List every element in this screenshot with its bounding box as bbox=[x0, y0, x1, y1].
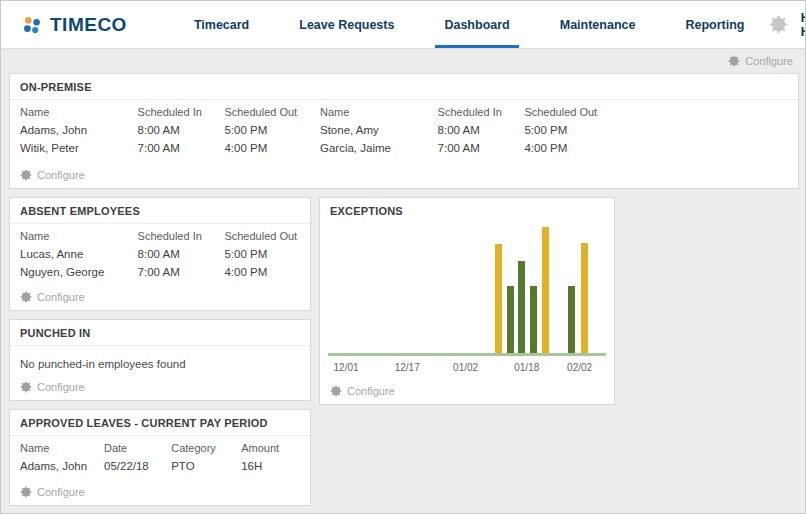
table-row: Garcia, Jaime 7:00 AM 4:00 PM bbox=[310, 139, 610, 157]
col-date: Date bbox=[104, 436, 171, 457]
brand-logo[interactable]: TIMECO bbox=[21, 14, 127, 36]
exception-bar bbox=[581, 243, 588, 353]
axis-tick-label: 12/01 bbox=[334, 362, 359, 373]
table-header-row: Name Scheduled In Scheduled Out bbox=[310, 100, 610, 121]
panel-title: APPROVED LEAVES - CURRENT PAY PERIOD bbox=[10, 410, 310, 436]
panel-title: EXCEPTIONS bbox=[320, 198, 614, 223]
scheduled-out-value: 4:00 PM bbox=[524, 139, 600, 157]
employee-name-link[interactable]: Adams, John bbox=[20, 457, 104, 475]
exceptions-plot bbox=[328, 222, 606, 356]
panel-approved-leaves: APPROVED LEAVES - CURRENT PAY PERIOD Nam… bbox=[9, 409, 311, 506]
configure-label: Configure bbox=[37, 486, 85, 498]
page-configure-link[interactable]: Configure bbox=[728, 55, 793, 67]
employee-name-link[interactable]: Lucas, Anne bbox=[20, 245, 138, 263]
employee-name-link[interactable]: Adams, John bbox=[20, 121, 138, 139]
on-premise-table: Name Scheduled In Scheduled Out Adams, J… bbox=[10, 100, 798, 157]
col-name: Name bbox=[320, 100, 438, 121]
scheduled-in-value: 7:00 AM bbox=[138, 263, 225, 281]
scheduled-in-value: 7:00 AM bbox=[438, 139, 525, 157]
panel-title: PUNCHED IN bbox=[10, 320, 310, 346]
exception-bar bbox=[507, 286, 514, 353]
panel-title: ON-PREMISE bbox=[10, 74, 798, 100]
exception-bar bbox=[542, 227, 549, 353]
gear-icon bbox=[728, 55, 740, 67]
table-row: Lucas, Anne 8:00 AM 5:00 PM bbox=[10, 245, 310, 263]
table-row: Stone, Amy 8:00 AM 5:00 PM bbox=[310, 121, 610, 139]
panel-title: ABSENT EMPLOYEES bbox=[10, 198, 310, 224]
exceptions-x-axis: 12/0112/1701/0201/1802/02 bbox=[328, 362, 606, 376]
axis-tick-label: 01/02 bbox=[453, 362, 478, 373]
panel-absent-employees: ABSENT EMPLOYEES Name Scheduled In Sched… bbox=[9, 197, 311, 311]
table-header-row: Name Date Category Amount bbox=[10, 436, 310, 457]
col-name: Name bbox=[20, 224, 138, 245]
table-row: Nguyen, George 7:00 AM 4:00 PM bbox=[10, 263, 310, 281]
leave-category-link[interactable]: PTO bbox=[171, 457, 241, 475]
configure-label: Configure bbox=[37, 169, 85, 181]
configure-label: Configure bbox=[745, 55, 793, 67]
scheduled-in-value: 8:00 AM bbox=[438, 121, 525, 139]
scheduled-in-value: 8:00 AM bbox=[138, 245, 225, 263]
configure-label: Configure bbox=[37, 291, 85, 303]
scheduled-out-value: 5:00 PM bbox=[224, 245, 300, 263]
nav-item-leave-requests[interactable]: Leave Requests bbox=[274, 2, 419, 48]
nav-item-reporting[interactable]: Reporting bbox=[660, 2, 769, 48]
employee-name-link[interactable]: Stone, Amy bbox=[320, 121, 438, 139]
configure-label: Configure bbox=[37, 381, 85, 393]
gear-icon bbox=[20, 486, 32, 498]
leave-amount-link[interactable]: 16H bbox=[241, 457, 300, 475]
employee-name-link[interactable]: Nguyen, George bbox=[20, 263, 138, 281]
gear-icon bbox=[20, 291, 32, 303]
brand-name: TIMECO bbox=[50, 14, 127, 36]
leave-date-link[interactable]: 05/22/18 bbox=[104, 457, 171, 475]
panel-exceptions: EXCEPTIONS 12/0112/1701/0201/1802/02 Con… bbox=[319, 197, 615, 405]
scheduled-out-value: 5:00 PM bbox=[524, 121, 600, 139]
navbar-right: Hannah HR bbox=[769, 11, 806, 39]
exception-bar bbox=[518, 261, 525, 353]
scheduled-in-value: 7:00 AM bbox=[138, 139, 225, 157]
col-scheduled-in: Scheduled In bbox=[438, 100, 525, 121]
col-name: Name bbox=[20, 436, 104, 457]
scheduled-out-value: 4:00 PM bbox=[224, 139, 300, 157]
configure-label: Configure bbox=[347, 385, 395, 397]
scheduled-out-value: 5:00 PM bbox=[224, 121, 300, 139]
axis-tick-label: 12/17 bbox=[395, 362, 420, 373]
nav-item-dashboard[interactable]: Dashboard bbox=[419, 2, 534, 48]
gear-icon bbox=[20, 169, 32, 181]
table-row: Witik, Peter 7:00 AM 4:00 PM bbox=[10, 139, 310, 157]
configure-link[interactable]: Configure bbox=[20, 291, 85, 303]
user-menu[interactable]: Hannah HR bbox=[801, 11, 806, 39]
scheduled-out-value: 4:00 PM bbox=[224, 263, 300, 281]
col-name: Name bbox=[20, 100, 138, 121]
table-row: Adams, John 05/22/18 PTO 16H bbox=[10, 457, 310, 475]
col-category: Category bbox=[171, 436, 241, 457]
configure-link[interactable]: Configure bbox=[20, 486, 85, 498]
nav-item-maintenance[interactable]: Maintenance bbox=[535, 2, 661, 48]
main-nav: Timecard Leave Requests Dashboard Mainte… bbox=[169, 2, 770, 48]
col-scheduled-in: Scheduled In bbox=[138, 100, 225, 121]
panel-on-premise: ON-PREMISE Name Scheduled In Scheduled O… bbox=[9, 73, 799, 189]
on-premise-left-group: Name Scheduled In Scheduled Out Adams, J… bbox=[10, 100, 310, 157]
employee-name-link[interactable]: Witik, Peter bbox=[20, 139, 138, 157]
scheduled-in-value: 8:00 AM bbox=[138, 121, 225, 139]
table-header-row: Name Scheduled In Scheduled Out bbox=[10, 224, 310, 245]
col-amount: Amount bbox=[241, 436, 300, 457]
employee-name-link[interactable]: Garcia, Jaime bbox=[320, 139, 438, 157]
col-scheduled-in: Scheduled In bbox=[138, 224, 225, 245]
gear-icon bbox=[20, 381, 32, 393]
empty-state-message: No punched-in employees found bbox=[10, 346, 310, 382]
on-premise-right-group: Name Scheduled In Scheduled Out Stone, A… bbox=[310, 100, 610, 157]
table-row: Adams, John 8:00 AM 5:00 PM bbox=[10, 121, 310, 139]
table-header-row: Name Scheduled In Scheduled Out bbox=[10, 100, 310, 121]
nav-item-timecard[interactable]: Timecard bbox=[169, 2, 274, 48]
col-scheduled-out: Scheduled Out bbox=[524, 100, 600, 121]
col-scheduled-out: Scheduled Out bbox=[224, 224, 300, 245]
settings-gear-icon[interactable] bbox=[769, 12, 788, 37]
app-window: TIMECO Timecard Leave Requests Dashboard… bbox=[0, 0, 806, 514]
axis-tick-label: 02/02 bbox=[567, 362, 592, 373]
configure-link[interactable]: Configure bbox=[330, 385, 395, 397]
configure-link[interactable]: Configure bbox=[20, 381, 85, 393]
gear-icon bbox=[330, 385, 342, 397]
panel-punched-in: PUNCHED IN No punched-in employees found… bbox=[9, 319, 311, 401]
configure-link[interactable]: Configure bbox=[20, 169, 85, 181]
exception-bar bbox=[568, 286, 575, 353]
